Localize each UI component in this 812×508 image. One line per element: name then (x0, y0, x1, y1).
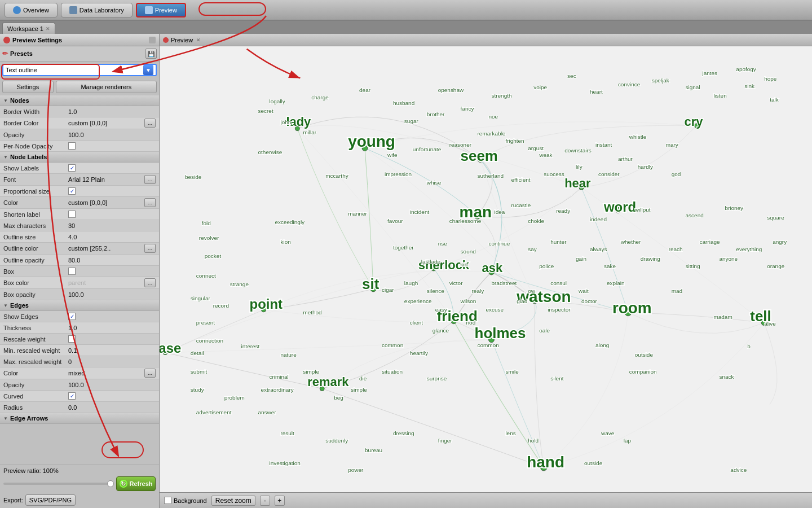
svg-text:john: john (280, 119, 291, 125)
shorten-label-row: Shorten label (0, 209, 159, 220)
svg-text:explain: explain (607, 280, 625, 286)
svg-text:argust: argust (528, 145, 544, 151)
color-label: Color (3, 199, 68, 206)
workspace-close-icon[interactable]: ✕ (46, 26, 50, 32)
rescale-weight-checkbox[interactable] (68, 335, 76, 343)
svg-text:incident: incident (410, 209, 430, 215)
data-lab-icon (69, 6, 77, 14)
svg-text:alive: alive (764, 321, 776, 327)
svg-text:hold: hold (528, 437, 539, 444)
svg-text:hand: hand (527, 453, 564, 471)
svg-text:room: room (612, 299, 652, 317)
outline-size-value: 4.0 (68, 234, 156, 240)
preset-select[interactable]: Text outline ▼ (2, 64, 157, 76)
svg-text:ascend: ascend (686, 212, 704, 218)
settings-row: Settings Manage renderers (0, 78, 159, 95)
svg-text:simple: simple (303, 369, 319, 375)
svg-text:heart: heart (590, 89, 603, 95)
svg-text:square: square (767, 214, 784, 221)
background-checkbox[interactable] (164, 497, 171, 504)
presets-save-btn[interactable]: 💾 (145, 49, 157, 59)
svg-text:openshaw: openshaw (438, 87, 464, 93)
svg-text:drawing: drawing (641, 256, 660, 262)
manage-renderers-label: Manage renderers (81, 84, 131, 90)
preview-panel-header: Preview ✕ (160, 34, 812, 46)
svg-text:downstairs: downstairs (564, 147, 592, 154)
overview-button[interactable]: Overview (5, 3, 58, 17)
box-checkbox[interactable] (68, 268, 76, 275)
svg-text:efficient: efficient (511, 177, 530, 183)
svg-text:remarkable: remarkable (478, 130, 506, 137)
outline-color-value: custom [255,2.. (68, 245, 143, 252)
svg-text:sugar: sugar (404, 118, 419, 124)
manage-renderers-button[interactable]: Manage renderers (56, 81, 157, 93)
export-button[interactable]: SVG/PDF/PNG (25, 494, 76, 506)
zoom-minus-button[interactable]: - (260, 496, 270, 506)
svg-text:common: common (478, 342, 499, 348)
svg-text:nature: nature (280, 352, 297, 358)
properties-panel: ▼ Nodes Border Width 1.0 Border Color cu… (0, 95, 159, 465)
shorten-label-checkbox[interactable] (68, 211, 76, 218)
font-label: Font (3, 176, 68, 183)
settings-button[interactable]: Settings (2, 81, 54, 93)
svg-text:rucastle: rucastle (511, 202, 531, 208)
workspace-tab[interactable]: Workspace 1 ✕ (2, 23, 55, 34)
zoom-slider-thumb[interactable] (107, 480, 114, 487)
svg-text:inspector: inspector (548, 306, 571, 313)
outline-size-label: Outline size (3, 234, 68, 240)
max-characters-value: 30 (68, 222, 156, 229)
preview-close-icon[interactable]: ✕ (196, 37, 201, 43)
proportional-size-checkbox[interactable] (68, 187, 76, 195)
data-laboratory-button[interactable]: Data Laboratory (61, 3, 133, 17)
box-color-btn[interactable]: … (144, 278, 156, 287)
panel-minimize-btn[interactable] (149, 37, 156, 43)
graph-edges (165, 117, 777, 467)
show-labels-checkbox[interactable] (68, 164, 76, 172)
svg-text:mccarthy: mccarthy (325, 173, 348, 179)
color-btn[interactable]: … (144, 198, 156, 207)
svg-text:advertisement: advertisement (196, 409, 232, 415)
svg-text:sit: sit (362, 276, 379, 292)
svg-text:bradstreet: bradstreet (491, 280, 517, 286)
svg-text:result: result (280, 430, 294, 436)
svg-text:die: die (359, 375, 367, 382)
presets-text: Presets (10, 50, 33, 57)
svg-text:listen: listen (713, 93, 726, 99)
svg-text:lastlade: lastlade (421, 259, 441, 265)
edge-opacity-row: Opacity 100.0 (0, 379, 159, 391)
refresh-button[interactable]: ↻ Refresh (116, 476, 156, 491)
svg-text:experience: experience (404, 298, 432, 304)
curved-checkbox[interactable] (68, 392, 76, 400)
panel-close-btn[interactable] (3, 37, 10, 43)
edge-color-btn[interactable]: … (144, 369, 156, 378)
box-color-value: parent (68, 279, 143, 286)
reset-zoom-button[interactable]: Reset zoom (211, 496, 255, 506)
border-color-value: custom [0,0,0] (68, 120, 143, 126)
zoom-plus-button[interactable]: + (275, 496, 285, 506)
svg-text:along: along (595, 342, 609, 348)
svg-text:revolver: revolver (199, 235, 219, 241)
svg-text:sound: sound (461, 248, 476, 255)
svg-text:common: common (382, 342, 403, 348)
graph-visualization: lady young seem man word hear cry sherlo… (160, 46, 812, 492)
preview-button[interactable]: Preview (136, 3, 186, 17)
refresh-icon: ↻ (120, 480, 127, 488)
svg-text:wait: wait (578, 288, 589, 294)
per-node-opacity-checkbox[interactable] (68, 142, 76, 150)
border-color-btn[interactable]: … (144, 119, 156, 128)
svg-text:beg: beg (334, 395, 343, 401)
preview-close-btn[interactable] (163, 37, 169, 43)
box-opacity-label: Box opacity (3, 291, 68, 298)
zoom-slider[interactable] (3, 483, 114, 485)
svg-text:simple: simple (351, 387, 367, 393)
svg-text:unfortunate: unfortunate (413, 146, 442, 152)
svg-text:together: together (393, 244, 414, 251)
max-rescaled-value: 0 (68, 358, 156, 365)
outline-color-btn[interactable]: … (144, 244, 156, 253)
show-edges-checkbox[interactable] (68, 313, 76, 320)
font-btn[interactable]: … (144, 175, 156, 184)
svg-text:finger: finger (438, 437, 453, 444)
svg-text:sake: sake (604, 263, 616, 269)
svg-text:ask: ask (482, 261, 503, 275)
preset-icon: ✏ (2, 50, 8, 58)
